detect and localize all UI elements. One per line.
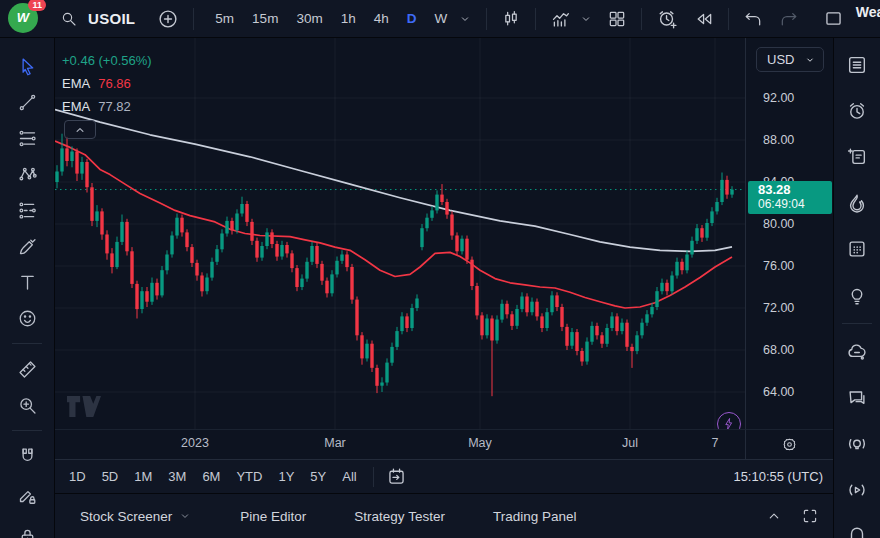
pattern-tool[interactable] [10, 161, 44, 187]
sidebar-alarm-icon[interactable] [840, 97, 874, 125]
timeframe-w[interactable]: W [427, 8, 454, 29]
undo-button[interactable] [739, 5, 767, 33]
panel-tab-trading-panel[interactable]: Trading Panel [483, 503, 587, 530]
forecast-tool[interactable] [10, 197, 44, 223]
time-label-2023: 2023 [181, 436, 209, 450]
sidebar-flame-icon[interactable] [840, 189, 874, 217]
toolbar-separator [373, 467, 374, 487]
range-1m[interactable]: 1M [126, 466, 160, 487]
bar-close-countdown: 06:49:04 [758, 197, 832, 211]
layout-account-area[interactable]: Wealthy Educ. Save [856, 5, 880, 32]
range-all[interactable]: All [334, 466, 364, 487]
toolbar-separator [728, 8, 729, 30]
price-label-72.00: 72.00 [763, 301, 794, 315]
range-5d[interactable]: 5D [94, 466, 127, 487]
sidebar-bell-icon[interactable] [840, 522, 874, 538]
ema-fast-value: 76.86 [98, 76, 131, 91]
toolbar-separator [535, 8, 536, 30]
currency-label: USD [767, 52, 794, 67]
clock-utc[interactable]: 15:10:55 (UTC) [733, 469, 823, 484]
tradingview-app: W 11 USOIL 5m15m30m1h4hDW Wealthy Educ. … [0, 0, 880, 538]
chart-settings-gear-icon[interactable] [777, 432, 802, 457]
ema-slow-value: 77.82 [98, 99, 131, 114]
layout-title: Wealthy Educ. [856, 5, 880, 20]
sidebar-calendar-grid-icon[interactable] [840, 235, 874, 263]
zoom-in-tool[interactable] [10, 392, 44, 418]
chevron-up-icon [73, 123, 87, 137]
panel-expand-button[interactable] [761, 503, 787, 529]
indicators-dropdown-button[interactable] [575, 8, 597, 30]
go-to-date-button[interactable] [382, 462, 411, 491]
create-alert-button[interactable] [652, 4, 682, 34]
time-axis[interactable]: 2023MarMayJul7 [55, 429, 745, 459]
sidebar-journal-plus-icon[interactable] [840, 143, 874, 171]
magnet-tool-icon[interactable] [10, 443, 44, 469]
toolbar-separator [193, 8, 194, 30]
price-label-88.00: 88.00 [763, 133, 794, 147]
indicators-button[interactable] [546, 4, 575, 33]
symbol-name: USOIL [88, 10, 135, 27]
panel-tab-pine-editor[interactable]: Pine Editor [230, 503, 316, 530]
price-label-68.00: 68.00 [763, 343, 794, 357]
sidebar-minds-icon[interactable] [840, 338, 874, 366]
timeframe-5m[interactable]: 5m [208, 8, 241, 29]
brush-tool[interactable] [10, 233, 44, 259]
right-sidebar [833, 38, 880, 538]
toolbar-separator [486, 8, 487, 30]
last-price-value: 83.28 [758, 182, 832, 197]
trend-line-tool[interactable] [10, 89, 44, 115]
ema-fast-legend[interactable]: EMA76.86 [62, 73, 152, 96]
range-ytd[interactable]: YTD [228, 466, 270, 487]
layout-grid-button[interactable] [603, 5, 631, 33]
price-axis[interactable]: USD 92.0088.0084.0080.0076.0072.0068.006… [745, 38, 833, 429]
text-tool[interactable] [10, 269, 44, 295]
emoji-tool[interactable] [10, 305, 44, 331]
compare-add-symbol-button[interactable] [153, 4, 183, 34]
bar-replay-button[interactable] [690, 5, 718, 33]
fib-lines-tool[interactable] [10, 125, 44, 151]
symbol-search-button[interactable]: USOIL [56, 6, 135, 32]
sidebar-idea-stream-icon[interactable] [840, 430, 874, 458]
axis-settings-corner [745, 429, 833, 459]
user-menu-button[interactable]: W 11 [8, 3, 42, 35]
panel-maximize-button[interactable] [797, 503, 823, 529]
price-label-76.00: 76.00 [763, 259, 794, 273]
range-1y[interactable]: 1Y [270, 466, 302, 487]
chart-style-button[interactable] [497, 5, 525, 33]
lock-tool-icon[interactable] [10, 523, 44, 538]
timeframe-4h[interactable]: 4h [367, 8, 396, 29]
range-6m[interactable]: 6M [194, 466, 228, 487]
timeframe-d[interactable]: D [400, 8, 424, 29]
cursor-tool[interactable] [10, 53, 44, 79]
panel-tab-strategy-tester[interactable]: Strategy Tester [344, 503, 455, 530]
timeframe-dropdown-button[interactable] [454, 8, 476, 30]
top-toolbar: W 11 USOIL 5m15m30m1h4hDW Wealthy Educ. … [0, 0, 880, 38]
timeframe-30m[interactable]: 30m [289, 8, 329, 29]
chart-pane[interactable]: +0.46 (+0.56%) EMA76.86 EMA77.82 [55, 38, 745, 429]
draw-lock-tool-icon[interactable] [10, 481, 44, 507]
timeframe-15m[interactable]: 15m [245, 8, 285, 29]
sidebar-bulb-icon[interactable] [840, 281, 874, 309]
range-1d[interactable]: 1D [61, 466, 94, 487]
toolbar-separator [641, 8, 642, 30]
timeframe-group: 5m15m30m1h4hDW [208, 8, 454, 29]
toolbar-separator [12, 430, 42, 431]
time-label-mar: Mar [324, 436, 346, 450]
range-3m[interactable]: 3M [160, 466, 194, 487]
sidebar-chats-icon[interactable] [840, 384, 874, 412]
chevron-down-icon [178, 509, 192, 523]
range-5y[interactable]: 5Y [302, 466, 334, 487]
redo-button[interactable] [775, 5, 803, 33]
legend-collapse-button[interactable] [64, 120, 96, 139]
panel-tab-stock-screener[interactable]: Stock Screener [70, 503, 202, 530]
date-range-toolbar: 1D5D1M3M6MYTD1Y5YAll 15:10:55 (UTC) [55, 459, 833, 494]
currency-selector[interactable]: USD [756, 47, 824, 72]
sidebar-live-icon[interactable] [840, 476, 874, 504]
timeframe-1h[interactable]: 1h [334, 8, 363, 29]
sidebar-watchlist-icon[interactable] [840, 51, 874, 79]
range-buttons: 1D5D1M3M6MYTD1Y5YAll [61, 466, 365, 487]
flash-boost-button[interactable] [717, 412, 741, 429]
layout-frame-button[interactable] [819, 4, 848, 33]
ruler-tool-icon[interactable] [10, 356, 44, 382]
ema-slow-legend[interactable]: EMA77.82 [62, 96, 152, 119]
